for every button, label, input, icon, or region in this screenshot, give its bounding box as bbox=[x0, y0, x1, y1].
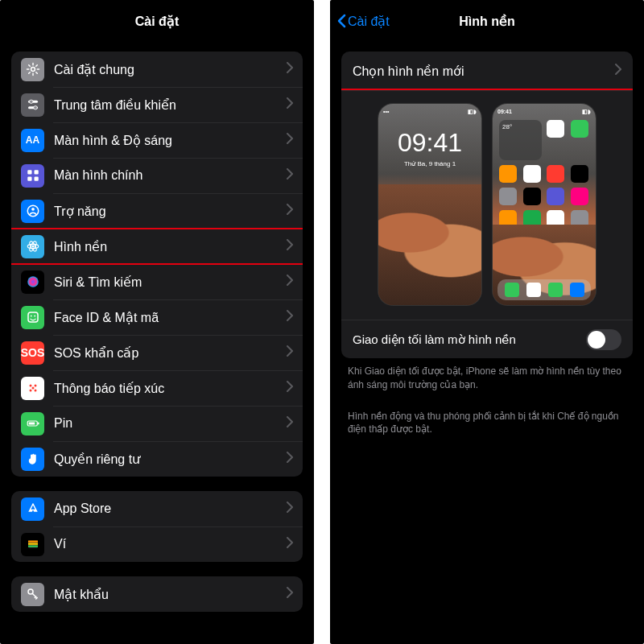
svg-rect-26 bbox=[28, 423, 35, 425]
chevron-right-icon bbox=[287, 275, 293, 289]
settings-row-home[interactable]: Màn hình chính bbox=[11, 158, 303, 193]
footer-note-2: Hình nền động và thu phóng phối cảnh bị … bbox=[330, 403, 644, 437]
dim-wallpaper-label: Giao diện tối làm mờ hình nền bbox=[353, 332, 586, 347]
sos-icon: SOS bbox=[21, 341, 44, 365]
switch-knob bbox=[588, 331, 605, 349]
choose-wallpaper-label: Chọn hình nền mới bbox=[353, 64, 615, 79]
app-icon bbox=[571, 120, 588, 138]
control-icon bbox=[21, 93, 44, 117]
svg-rect-30 bbox=[28, 546, 38, 547]
svg-point-15 bbox=[27, 276, 39, 287]
svg-point-3 bbox=[29, 100, 33, 104]
back-button[interactable]: Cài đặt bbox=[336, 14, 390, 29]
app-icon bbox=[571, 188, 588, 205]
settings-row-label: Ví bbox=[54, 537, 287, 551]
choose-wallpaper-row[interactable]: Chọn hình nền mới bbox=[341, 52, 633, 90]
chevron-right-icon bbox=[287, 62, 293, 76]
settings-row-exposure[interactable]: Thông báo tiếp xúc bbox=[11, 370, 303, 406]
settings-row-label: Trợ năng bbox=[54, 204, 287, 219]
privacy-icon bbox=[21, 448, 44, 471]
settings-row-display[interactable]: AAMàn hình & Độ sáng bbox=[11, 122, 303, 158]
svg-rect-29 bbox=[28, 543, 38, 545]
wallpaper-icon bbox=[21, 235, 44, 258]
svg-rect-7 bbox=[27, 177, 31, 181]
settings-row-battery[interactable]: Pin bbox=[11, 406, 303, 441]
svg-point-23 bbox=[31, 387, 34, 390]
battery-icon bbox=[21, 412, 44, 436]
svg-point-21 bbox=[29, 390, 31, 392]
wallpaper-group: Chọn hình nền mới •••◧◗ 09:41 Thứ Ba, 9 … bbox=[341, 52, 633, 358]
settings-screen: Cài đặt Cài đặt chungTrung tâm điều khiể… bbox=[0, 0, 314, 644]
settings-row-wallpaper[interactable]: Hình nền bbox=[11, 229, 303, 264]
settings-row-label: Quyền riêng tư bbox=[54, 452, 287, 467]
app-icon bbox=[571, 165, 588, 183]
status-bar: 09:41◧◗ bbox=[497, 109, 591, 115]
svg-point-20 bbox=[34, 385, 36, 387]
svg-rect-6 bbox=[34, 170, 38, 174]
status-bar: •••◧◗ bbox=[383, 109, 477, 115]
app-icon bbox=[547, 188, 564, 205]
chevron-right-icon bbox=[287, 133, 293, 147]
svg-rect-25 bbox=[38, 423, 39, 425]
lockscreen-preview[interactable]: •••◧◗ 09:41 Thứ Ba, 9 tháng 1 bbox=[378, 104, 481, 305]
homescreen-preview[interactable]: 09:41◧◗ 28° bbox=[493, 104, 596, 305]
lock-date: Thứ Ba, 9 tháng 1 bbox=[378, 160, 481, 167]
settings-row-control[interactable]: Trung tâm điều khiển bbox=[11, 87, 303, 122]
chevron-right-icon bbox=[615, 64, 621, 78]
settings-row-label: Màn hình & Độ sáng bbox=[54, 133, 287, 148]
settings-row-label: Siri & Tìm kiếm bbox=[54, 275, 287, 290]
chevron-right-icon bbox=[287, 97, 293, 112]
settings-row-passwords[interactable]: Mật khẩu bbox=[11, 576, 303, 612]
chevron-right-icon bbox=[287, 381, 293, 395]
dim-wallpaper-row[interactable]: Giao diện tối làm mờ hình nền bbox=[341, 320, 633, 358]
settings-row-label: Thông báo tiếp xúc bbox=[54, 381, 287, 396]
accessibility-icon bbox=[21, 200, 44, 223]
settings-group: Mật khẩu bbox=[11, 576, 303, 612]
dock bbox=[497, 279, 591, 300]
weather-widget: 28° bbox=[499, 120, 542, 160]
dock-app-icon bbox=[526, 283, 541, 297]
settings-row-wallet[interactable]: Ví bbox=[11, 526, 303, 562]
svg-rect-8 bbox=[34, 177, 38, 181]
navbar-wallpaper: Cài đặt Hình nền bbox=[330, 5, 644, 37]
page-title: Hình nền bbox=[459, 14, 515, 29]
display-icon: AA bbox=[21, 129, 44, 152]
siri-icon bbox=[21, 270, 44, 294]
settings-row-label: Hình nền bbox=[54, 239, 287, 254]
settings-row-privacy[interactable]: Quyền riêng tư bbox=[11, 441, 303, 477]
svg-rect-28 bbox=[28, 541, 38, 543]
svg-point-22 bbox=[34, 390, 36, 392]
app-icon bbox=[499, 188, 517, 205]
page-title: Cài đặt bbox=[135, 14, 179, 29]
dim-wallpaper-switch[interactable] bbox=[586, 329, 621, 350]
svg-point-11 bbox=[31, 246, 34, 248]
app-icon bbox=[547, 120, 564, 138]
settings-row-label: App Store bbox=[54, 502, 287, 516]
settings-row-faceid[interactable]: Face ID & Mật mã bbox=[11, 299, 303, 335]
chevron-right-icon bbox=[287, 416, 293, 431]
svg-point-18 bbox=[34, 316, 35, 317]
settings-row-label: Pin bbox=[54, 416, 287, 431]
wallet-icon bbox=[21, 533, 44, 556]
settings-row-general[interactable]: Cài đặt chung bbox=[11, 52, 303, 87]
settings-row-accessibility[interactable]: Trợ năng bbox=[11, 193, 303, 229]
settings-row-label: Mật khẩu bbox=[54, 587, 287, 602]
settings-list[interactable]: Cài đặt chungTrung tâm điều khiểnAAMàn h… bbox=[0, 37, 314, 644]
settings-row-sos[interactable]: SOSSOS khẩn cấp bbox=[11, 335, 303, 370]
svg-point-19 bbox=[29, 385, 31, 387]
app-icon bbox=[523, 188, 541, 205]
settings-row-siri[interactable]: Siri & Tìm kiếm bbox=[11, 264, 303, 299]
navbar-settings: Cài đặt bbox=[0, 5, 314, 37]
settings-row-label: Cài đặt chung bbox=[54, 62, 287, 77]
app-icon bbox=[499, 165, 517, 183]
dock-app-icon bbox=[505, 283, 519, 297]
chevron-right-icon bbox=[287, 204, 293, 218]
chevron-right-icon bbox=[287, 345, 293, 360]
exposure-icon bbox=[21, 377, 44, 400]
faceid-icon bbox=[21, 306, 44, 329]
lock-clock: 09:41 bbox=[378, 128, 481, 158]
chevron-right-icon bbox=[287, 587, 293, 601]
chevron-right-icon bbox=[287, 537, 293, 551]
settings-group: App StoreVí bbox=[11, 491, 303, 562]
settings-row-appstore[interactable]: App Store bbox=[11, 491, 303, 526]
